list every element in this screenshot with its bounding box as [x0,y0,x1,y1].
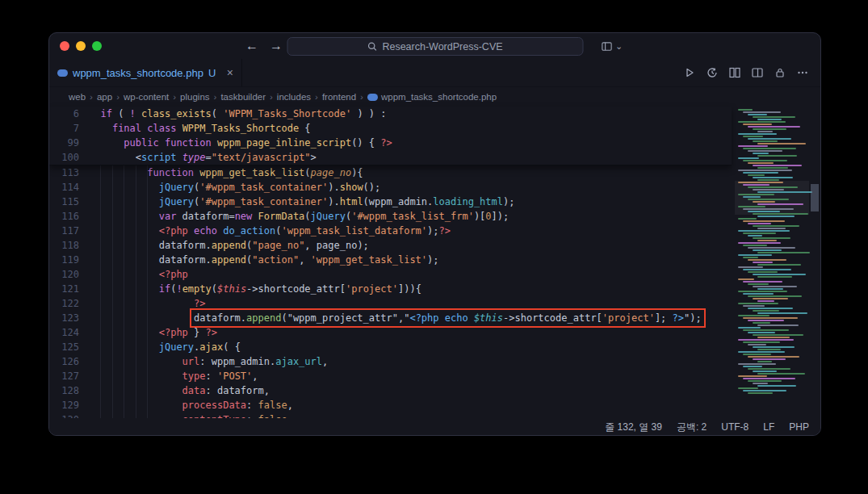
minimap-line [757,349,781,350]
code-line[interactable]: 114 jQuery('#wppm_task_container').show(… [49,180,820,195]
breadcrumb-item[interactable]: frontend [322,92,356,102]
minimap-line [757,228,786,229]
language-mode-button[interactable]: PHP [789,421,809,433]
code-line[interactable]: 99 public function wppm_page_inline_scri… [49,136,732,150]
minimap-line [753,116,795,118]
minimap[interactable] [735,107,809,418]
minimap-line [743,136,763,137]
minimap-line [743,160,787,161]
minimap-line [748,283,769,285]
minimap-line [753,286,797,287]
sticky-scroll[interactable]: 6 if ( ! class_exists( 'WPPM_Tasks_Short… [49,107,732,165]
search-label: Research-WordPress-CVE [382,41,502,52]
minimap-line [743,257,758,258]
code-line[interactable]: 6 if ( ! class_exists( 'WPPM_Tasks_Short… [49,107,732,121]
editor[interactable]: 6 if ( ! class_exists( 'WPPM_Tasks_Short… [49,107,820,418]
minimap-line [743,184,769,186]
code-line[interactable]: 117 <?php echo do_action('wppm_task_list… [49,224,820,238]
minimap-line [753,298,788,299]
breadcrumb-item[interactable]: includes [277,92,311,102]
minimap-line [743,305,765,307]
code-line[interactable]: 130 contentType: false, [49,412,820,418]
minimize-window-button[interactable] [76,41,86,51]
code-line[interactable]: 122 ?> [49,296,820,311]
minimap-line [753,140,778,142]
close-window-button[interactable] [60,41,69,51]
indent-setting-button[interactable]: 공백: 2 [677,421,707,434]
split-editor-icon[interactable] [728,66,741,79]
cursor-position-button[interactable]: 줄 132, 열 39 [605,421,662,434]
line-number: 123 [49,311,89,325]
vertical-scrollbar[interactable] [809,107,820,418]
minimap-line [753,165,802,166]
code-line[interactable]: 116 var dataform=new FormData(jQuery('#w… [49,209,820,224]
lock-icon[interactable] [774,66,786,79]
code-area[interactable]: 113 function wppm_get_task_list(page_no)… [49,165,820,418]
forward-button[interactable]: → [270,39,283,53]
breadcrumb-item[interactable]: taskbuilder [220,92,266,102]
minimap-line [757,167,788,169]
command-center-search[interactable]: Research-WordPress-CVE [287,37,583,56]
code-line[interactable]: 7 final class WPPM_Tasks_Shortcode { [49,121,732,136]
minimap-line [757,252,810,253]
minimap-line [738,375,767,377]
minimap-line [757,155,797,157]
code-line[interactable]: 100 <script type="text/javascript"> [49,150,732,165]
minimap-line [748,271,778,273]
breadcrumb-item[interactable]: app [97,92,112,102]
more-actions-icon[interactable] [796,66,809,79]
code-line[interactable]: 121 if(!empty($this->shortcode_attr['pro… [49,282,820,296]
minimap-line [743,366,762,367]
run-button[interactable] [683,66,696,79]
minimap-line [743,293,774,295]
breadcrumb-item[interactable]: plugins [180,92,209,102]
minimap-line [743,111,781,113]
minimap-line [757,264,801,266]
code-line[interactable]: 128 data: dataform, [49,383,820,398]
eol-button[interactable]: LF [763,421,774,433]
line-number: 130 [49,412,89,418]
line-number: 117 [49,224,89,238]
code-line[interactable]: 120 <?php [49,267,820,282]
minimap-line [738,109,753,111]
minimap-line [748,295,802,297]
close-tab-icon[interactable]: × [227,66,233,79]
minimap-line [743,220,785,222]
minimap-line [738,133,777,135]
breadcrumb-item[interactable]: web [69,92,86,102]
line-number: 121 [49,282,89,296]
minimap-line [748,259,786,261]
history-nav: ← → [245,33,283,59]
minimap-line [738,315,769,316]
minimap-line [738,218,757,220]
code-line[interactable]: 125 jQuery.ajax( { [49,340,820,354]
breadcrumb-item[interactable]: wp-content [124,92,169,102]
editor-layout-icon[interactable] [751,66,764,79]
timeline-icon[interactable] [706,66,719,79]
zoom-window-button[interactable] [92,41,102,51]
minimap-line [743,378,795,379]
code-line[interactable]: 123 dataform.append("wppm_project_attr",… [49,311,820,325]
line-number: 116 [49,209,89,224]
scrollbar-thumb[interactable] [811,184,819,211]
code-line[interactable]: 126 url: wppm_admin.ajax_url, [49,354,820,369]
tab-wppm-tasks-shortcode[interactable]: wppm_tasks_shortcode.php U × [49,59,242,86]
code-line[interactable]: 124 <?php } ?> [49,325,820,340]
code-line[interactable]: 119 dataform.append("action", 'wppm_get_… [49,253,820,267]
line-number: 124 [49,325,89,340]
minimap-line [743,245,767,246]
code-line[interactable]: 113 function wppm_get_task_list(page_no)… [49,165,820,180]
code-line[interactable]: 115 jQuery('#wppm_task_container').html(… [49,195,820,209]
minimap-line [753,153,769,154]
code-line[interactable]: 118 dataform.append("page_no", page_no); [49,238,820,253]
minimap-line [757,324,799,326]
back-button[interactable]: ← [245,39,258,53]
breadcrumb-item[interactable]: wppm_tasks_shortcode.php [367,92,497,102]
layout-control[interactable]: ⌄ [601,33,623,59]
code-line[interactable]: 127 type: 'POST', [49,369,820,383]
code-line[interactable]: 129 processData: false, [49,398,820,412]
line-number: 100 [49,150,89,165]
breadcrumb-separator-icon: › [116,92,120,102]
minimap-line [757,216,795,217]
encoding-button[interactable]: UTF-8 [721,421,748,433]
